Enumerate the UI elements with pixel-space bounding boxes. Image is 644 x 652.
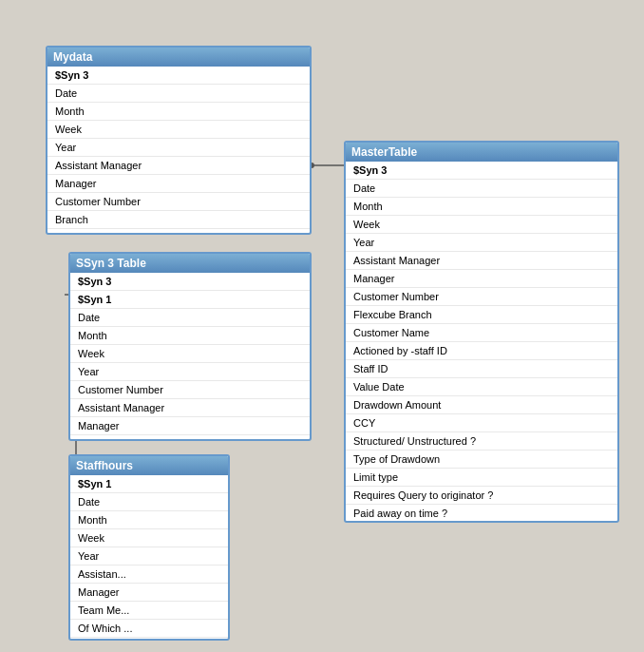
- mydata-header: Mydata: [47, 48, 310, 67]
- list-item[interactable]: Assistant Manager: [346, 252, 617, 270]
- list-item[interactable]: $Syn 2: [70, 435, 310, 439]
- list-item[interactable]: Flexcube Branch: [346, 306, 617, 324]
- list-item[interactable]: Value Date: [346, 378, 617, 396]
- list-item[interactable]: Month: [70, 511, 228, 529]
- list-item[interactable]: CCY: [346, 414, 617, 432]
- list-item[interactable]: Drawdown Amount: [346, 396, 617, 414]
- list-item[interactable]: Week: [346, 216, 617, 234]
- list-item[interactable]: Week: [70, 345, 310, 363]
- list-item[interactable]: $Syn 3: [47, 67, 310, 85]
- list-item[interactable]: $Syn 1: [70, 475, 228, 493]
- list-item[interactable]: Customer Number: [47, 193, 310, 211]
- mydata-table: Mydata $Syn 3DateMonthWeekYearAssistant …: [46, 46, 312, 235]
- staffhours-body: $Syn 1DateMonthWeekYearAssistan...Manage…: [70, 475, 228, 639]
- ssyn3-table: SSyn 3 Table $Syn 3$Syn 1DateMonthWeekYe…: [68, 252, 312, 441]
- mastertable-body: $Syn 3DateMonthWeekYearAssistant Manager…: [346, 162, 617, 521]
- list-item[interactable]: Paid away on time ?: [346, 505, 617, 521]
- list-item[interactable]: Customer Number: [346, 288, 617, 306]
- list-item[interactable]: $Syn 3: [70, 273, 310, 291]
- mydata-body: $Syn 3DateMonthWeekYearAssistant Manager…: [47, 67, 310, 233]
- staffhours-list[interactable]: $Syn 1DateMonthWeekYearAssistan...Manage…: [70, 475, 228, 639]
- list-item[interactable]: Customer Name: [346, 324, 617, 342]
- list-item[interactable]: Date: [346, 180, 617, 198]
- list-item[interactable]: Assistant Manager: [47, 157, 310, 175]
- list-item[interactable]: Manager: [346, 270, 617, 288]
- list-item[interactable]: $Syn 3: [346, 162, 617, 180]
- list-item[interactable]: Month: [346, 198, 617, 216]
- list-item[interactable]: Date: [70, 309, 310, 327]
- mastertable-header: MasterTable: [346, 143, 617, 162]
- list-item[interactable]: Limit type: [346, 469, 617, 487]
- list-item[interactable]: Of Which ...: [70, 638, 228, 639]
- list-item[interactable]: Structured/ Unstructured ?: [346, 432, 617, 451]
- staffhours-table: Staffhours $Syn 1DateMonthWeekYearAssist…: [68, 454, 230, 641]
- list-item[interactable]: Deal No: [47, 229, 310, 233]
- ssyn3-header: SSyn 3 Table: [70, 254, 310, 273]
- mydata-list[interactable]: $Syn 3DateMonthWeekYearAssistant Manager…: [47, 67, 310, 233]
- list-item[interactable]: Month: [70, 327, 310, 345]
- list-item[interactable]: Manager: [70, 584, 228, 602]
- list-item[interactable]: Week: [70, 529, 228, 547]
- list-item[interactable]: Month: [47, 103, 310, 121]
- ssyn3-body: $Syn 3$Syn 1DateMonthWeekYearCustomer Nu…: [70, 273, 310, 439]
- list-item[interactable]: Year: [70, 363, 310, 381]
- list-item[interactable]: Week: [47, 121, 310, 139]
- list-item[interactable]: $Syn 1: [70, 291, 310, 309]
- list-item[interactable]: Type of Drawdown: [346, 451, 617, 469]
- list-item[interactable]: Manager: [47, 175, 310, 193]
- list-item[interactable]: Customer Number: [70, 381, 310, 399]
- list-item[interactable]: Actioned by -staff ID: [346, 342, 617, 360]
- list-item[interactable]: Year: [346, 234, 617, 252]
- list-item[interactable]: Requires Query to originator ?: [346, 487, 617, 505]
- list-item[interactable]: Date: [47, 85, 310, 103]
- list-item[interactable]: Of Which ...: [70, 620, 228, 638]
- list-item[interactable]: Date: [70, 493, 228, 511]
- ssyn3-list[interactable]: $Syn 3$Syn 1DateMonthWeekYearCustomer Nu…: [70, 273, 310, 439]
- list-item[interactable]: Year: [70, 547, 228, 566]
- list-item[interactable]: Staff ID: [346, 360, 617, 378]
- list-item[interactable]: Manager: [70, 417, 310, 435]
- list-item[interactable]: Branch: [47, 211, 310, 229]
- list-item[interactable]: Assistant Manager: [70, 399, 310, 417]
- staffhours-header: Staffhours: [70, 456, 228, 475]
- mastertable-table: MasterTable $Syn 3DateMonthWeekYearAssis…: [344, 141, 619, 523]
- list-item[interactable]: Assistan...: [70, 566, 228, 584]
- list-item[interactable]: Team Me...: [70, 602, 228, 620]
- list-item[interactable]: Year: [47, 139, 310, 157]
- mastertable-list[interactable]: $Syn 3DateMonthWeekYearAssistant Manager…: [346, 162, 617, 521]
